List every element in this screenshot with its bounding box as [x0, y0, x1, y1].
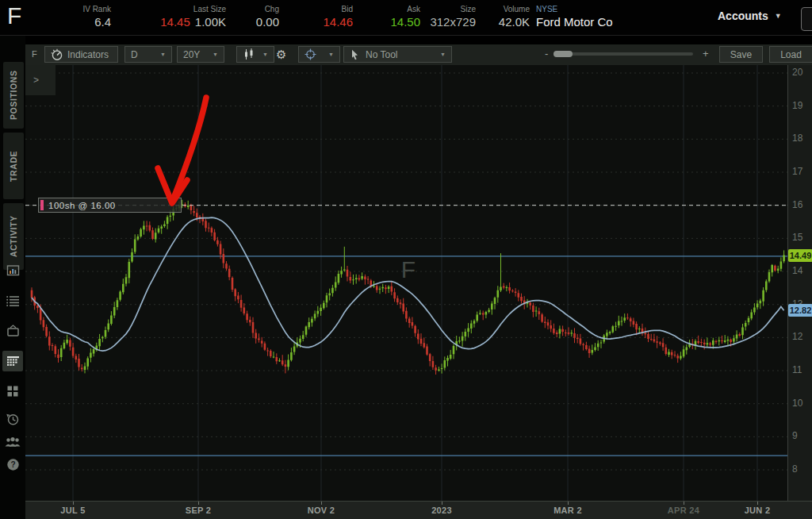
time-axis-tick	[684, 502, 684, 505]
time-axis-label: NOV 2	[308, 506, 335, 515]
watchlist-icon	[6, 295, 20, 307]
time-axis-tick	[757, 502, 758, 505]
save-label: Save	[730, 49, 752, 60]
help-icon: ?	[6, 458, 20, 471]
accounts-menu[interactable]: Accounts ▼	[718, 10, 797, 22]
price-axis-label: 11	[792, 364, 802, 375]
load-label: Load	[780, 49, 802, 60]
load-button[interactable]: Load	[769, 46, 812, 63]
time-axis-tick	[198, 502, 199, 505]
zoom-in-button[interactable]: +	[703, 48, 709, 60]
chart-settings-button[interactable]: ⚙	[276, 46, 293, 63]
save-button[interactable]: Save	[719, 46, 763, 63]
time-axis-label: 2023	[431, 506, 452, 515]
indicators-gauge-icon	[51, 48, 63, 61]
cursor-icon	[350, 49, 360, 60]
price-axis-label: 12	[792, 331, 802, 342]
quote-field-bid: Bid14.46	[305, 5, 353, 30]
quote-field-company: NYSEFord Motor Co	[536, 5, 623, 30]
quote-field-label: Chg	[232, 5, 279, 14]
quote-field-value: 14.451.00K	[127, 14, 226, 30]
time-axis-tick	[73, 502, 74, 505]
sidebar-help-button[interactable]: ?	[2, 454, 23, 475]
price-axis-label: 15	[792, 232, 802, 243]
last-price-badge: 14.49	[788, 249, 812, 262]
time-axis[interactable]: JUL 5SEP 2NOV 22023MAR 2APR 24JUN 2	[25, 501, 812, 519]
chevron-down-icon: ▼	[256, 52, 268, 57]
chart-type-dropdown[interactable]: ▼	[236, 46, 274, 63]
time-axis-label: JUN 2	[745, 506, 771, 515]
tool-value: No Tool	[366, 49, 397, 60]
quote-field-label: Ask	[373, 5, 420, 14]
chevron-down-icon: ▼	[322, 52, 334, 57]
sidebar-tv-button[interactable]	[2, 321, 23, 341]
indicators-label: Indicators	[67, 49, 109, 60]
sidebar-users-button[interactable]	[2, 432, 23, 452]
grid-icon	[6, 385, 19, 398]
zoom-out-button[interactable]: -	[545, 48, 548, 60]
time-axis-tick	[568, 502, 569, 505]
quote-field-value: 0.00	[232, 14, 279, 30]
price-axis-label: 9	[792, 430, 798, 441]
quote-field-label: Last Size	[127, 5, 226, 14]
quote-field-chg: Chg0.00	[232, 5, 279, 30]
price-axis-label: 20	[792, 67, 802, 78]
sidebar-history-button[interactable]	[2, 409, 23, 429]
price-axis-label: 17	[792, 166, 802, 177]
order-text: 100sh @ 16.00	[48, 201, 116, 210]
time-axis-label: JUL 5	[60, 506, 85, 515]
quote-field-volume: Volume42.0K	[484, 5, 530, 30]
working-order-label[interactable]: 100sh @ 16.00	[38, 198, 182, 213]
drawing-tool-dropdown[interactable]: No Tool ▼	[343, 46, 452, 63]
quote-field-value: 14.46	[305, 14, 353, 30]
quote-field-ask: Ask14.50	[373, 5, 420, 30]
crosshair-icon	[304, 48, 316, 60]
quote-field-size: Size312x729	[420, 5, 476, 30]
users-icon	[5, 436, 21, 448]
symbol-letter: F	[7, 2, 21, 29]
quote-field-label: Size	[420, 5, 476, 14]
price-axis-label: 16	[792, 199, 802, 210]
quote-field-label: Bid	[305, 5, 353, 14]
quote-field-label: Volume	[484, 5, 530, 14]
quote-field-label: IV Rank	[48, 5, 111, 14]
sidebar-grid-button[interactable]	[2, 381, 23, 402]
order-side-marker	[40, 200, 44, 210]
svg-text:?: ?	[10, 460, 15, 469]
time-axis-tick	[321, 502, 322, 505]
tab-positions[interactable]: POSITIONS	[3, 62, 24, 129]
price-axis-label: 19	[792, 100, 802, 111]
zoom-slider-handle[interactable]	[553, 51, 573, 57]
sidebar-follow-feed-button[interactable]	[2, 351, 23, 371]
toolbar-symbol-label: F	[32, 49, 37, 59]
chart-window-icon	[6, 264, 20, 277]
sidebar-watchlist-button[interactable]	[2, 290, 23, 311]
left-sidebar: POSITIONS TRADE ACTIVITY ?	[0, 36, 25, 519]
time-axis-label: SEP 2	[186, 506, 212, 515]
panel-expander-button[interactable]: >	[25, 65, 56, 95]
price-axis-label: 18	[792, 133, 802, 144]
price-axis-label: 14	[792, 265, 802, 276]
range-value: 20Y	[183, 49, 200, 60]
symbol-watermark: F	[401, 256, 416, 283]
quote-field-value: 6.4	[48, 14, 111, 30]
sidebar-chart-window-button[interactable]	[2, 260, 23, 281]
price-axis-label: 8	[792, 463, 798, 475]
chart-area: F > 100sh @ 16.00 8910111213141516171819…	[25, 65, 812, 519]
timeframe-dropdown[interactable]: D ▼	[124, 46, 172, 63]
tab-trade[interactable]: TRADE	[3, 133, 24, 199]
quote-field-value: 312x729	[420, 14, 476, 30]
crosshair-dropdown[interactable]: ▼	[298, 46, 340, 63]
chevron-down-icon: ▼	[154, 52, 166, 57]
range-dropdown[interactable]: 20Y ▼	[177, 46, 224, 63]
time-axis-tick	[442, 502, 442, 505]
chart-plot[interactable]: F > 100sh @ 16.00	[25, 65, 787, 501]
quote-field-value: 14.50	[373, 14, 420, 30]
price-axis[interactable]: 89101112131415161718192014.4912.82	[787, 65, 812, 501]
chevron-down-icon: ▼	[206, 52, 218, 57]
zoom-slider[interactable]	[553, 52, 693, 56]
gear-icon: ⚙	[276, 48, 286, 62]
indicators-button[interactable]: Indicators	[44, 46, 118, 63]
edge-button[interactable]	[801, 7, 812, 31]
trading-app: { "topbar": { "symbol": "F", "fields": […	[0, 0, 812, 519]
